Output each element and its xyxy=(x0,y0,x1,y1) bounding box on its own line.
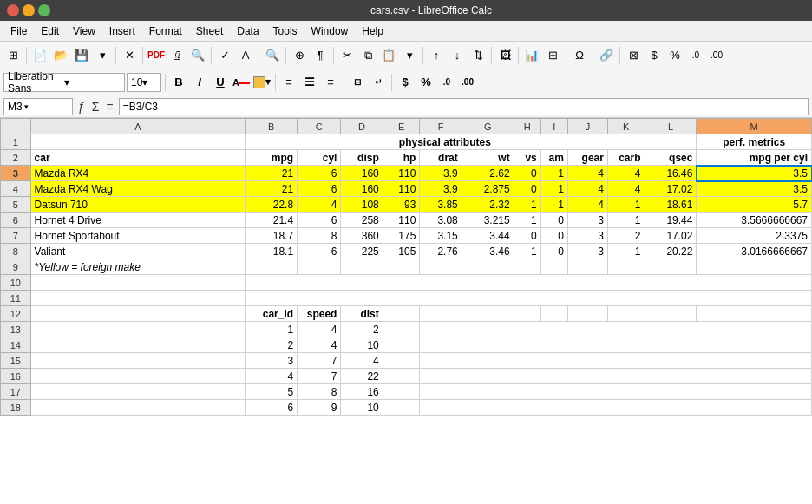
currency-fmt-button[interactable]: $ xyxy=(396,73,415,92)
grid-icon[interactable]: ⊞ xyxy=(3,46,23,65)
cell-j12[interactable] xyxy=(567,306,607,322)
cell-c4[interactable]: 6 xyxy=(298,181,341,197)
cell-b13[interactable]: 1 xyxy=(246,322,298,337)
cell-rest-17[interactable] xyxy=(420,384,812,400)
print-icon[interactable]: 🖨 xyxy=(167,46,187,65)
cell-c15[interactable]: 7 xyxy=(298,353,341,369)
cell-rest-13[interactable] xyxy=(420,322,812,337)
cell-d14[interactable]: 10 xyxy=(341,337,383,353)
align-right-button[interactable]: ≡ xyxy=(321,73,340,92)
cell-i2[interactable]: am xyxy=(540,150,567,166)
cell-e4[interactable]: 110 xyxy=(383,181,420,197)
hyperlink-icon[interactable]: 🔗 xyxy=(597,46,616,65)
cell-b15[interactable]: 3 xyxy=(246,353,298,369)
font-name-select[interactable]: Liberation Sans ▾ xyxy=(3,73,125,92)
percent-fmt-button[interactable]: % xyxy=(416,73,435,92)
cell-j9[interactable] xyxy=(567,259,607,275)
col-header-k[interactable]: K xyxy=(607,119,645,134)
cell-b5[interactable]: 22.8 xyxy=(246,197,298,213)
cell-c17[interactable]: 8 xyxy=(298,384,341,400)
equals-icon[interactable]: = xyxy=(104,100,115,114)
cell-c3[interactable]: 6 xyxy=(298,166,341,181)
cell-a8[interactable]: Valiant xyxy=(30,244,246,259)
formula-input[interactable]: =B3/C3 xyxy=(119,98,809,115)
decimal0-fmt-button[interactable]: .0 xyxy=(437,73,456,92)
cell-d18[interactable]: 10 xyxy=(341,400,383,416)
cell-l7[interactable]: 17.02 xyxy=(645,228,697,244)
cell-h9[interactable] xyxy=(514,259,540,275)
cell-rest-14[interactable] xyxy=(420,337,812,353)
cell-e15[interactable] xyxy=(383,353,420,369)
cell-a9[interactable]: *Yellow = foreign make xyxy=(30,259,246,275)
cell-j6[interactable]: 3 xyxy=(567,213,607,228)
menu-tools[interactable]: Tools xyxy=(266,23,304,39)
cell-b2[interactable]: mpg xyxy=(246,150,298,166)
cell-d13[interactable]: 2 xyxy=(341,322,383,337)
cell-m5[interactable]: 5.7 xyxy=(697,197,812,213)
menu-sheet[interactable]: Sheet xyxy=(189,23,230,39)
cell-c13[interactable]: 4 xyxy=(298,322,341,337)
cell-k4[interactable]: 4 xyxy=(607,181,645,197)
cell-b9[interactable] xyxy=(246,259,298,275)
sort-icon[interactable]: ⇅ xyxy=(468,46,488,65)
cell-b4[interactable]: 21 xyxy=(246,181,298,197)
cell-rest-18[interactable] xyxy=(420,400,812,416)
cell-d17[interactable]: 16 xyxy=(341,384,383,400)
cell-f6[interactable]: 3.08 xyxy=(420,213,462,228)
new-icon[interactable]: 📄 xyxy=(30,46,49,65)
cell-d12[interactable]: dist xyxy=(341,306,383,322)
save-arrow-icon[interactable]: ▾ xyxy=(93,46,112,65)
cell-b12[interactable]: car_id xyxy=(246,306,298,322)
cut-icon[interactable]: ✂ xyxy=(337,46,357,65)
cell-b16[interactable]: 4 xyxy=(246,369,298,384)
align-left-button[interactable]: ≡ xyxy=(279,73,298,92)
styles-icon[interactable]: ¶ xyxy=(311,46,330,65)
cell-l12[interactable] xyxy=(645,306,697,322)
print-preview-icon[interactable]: 🔍 xyxy=(188,46,207,65)
cell-d5[interactable]: 108 xyxy=(341,197,383,213)
cell-e2[interactable]: hp xyxy=(383,150,420,166)
cell-e18[interactable] xyxy=(383,400,420,416)
cell-i6[interactable]: 0 xyxy=(540,213,567,228)
cell-h12[interactable] xyxy=(514,306,540,322)
cell-f2[interactable]: drat xyxy=(420,150,462,166)
cell-a10[interactable] xyxy=(30,275,246,291)
wrap-text-button[interactable]: ↵ xyxy=(369,73,388,92)
cell-b18[interactable]: 6 xyxy=(246,400,298,416)
special-char-icon[interactable]: Ω xyxy=(570,46,589,65)
cell-m12[interactable] xyxy=(697,306,812,322)
cell-i7[interactable]: 0 xyxy=(540,228,567,244)
decimal2-fmt-button[interactable]: .00 xyxy=(458,73,477,92)
cell-a11[interactable] xyxy=(30,291,246,306)
spellcheck-icon[interactable]: ✓ xyxy=(215,46,234,65)
cell-e7[interactable]: 175 xyxy=(383,228,420,244)
cell-a17[interactable] xyxy=(30,384,246,400)
cell-k7[interactable]: 2 xyxy=(607,228,645,244)
cell-i12[interactable] xyxy=(540,306,567,322)
col-header-c[interactable]: C xyxy=(298,119,341,134)
open-icon[interactable]: 📂 xyxy=(51,46,70,65)
cell-a5[interactable]: Datsun 710 xyxy=(30,197,246,213)
cell-g6[interactable]: 3.215 xyxy=(462,213,514,228)
cell-j8[interactable]: 3 xyxy=(567,244,607,259)
copy-icon[interactable]: ⧉ xyxy=(358,46,377,65)
cell-b6[interactable]: 21.4 xyxy=(246,213,298,228)
cell-m4[interactable]: 3.5 xyxy=(697,181,812,197)
percent-icon[interactable]: % xyxy=(665,46,684,65)
cell-a2[interactable]: car xyxy=(30,150,246,166)
cell-h6[interactable]: 1 xyxy=(514,213,540,228)
cell-d3[interactable]: 160 xyxy=(341,166,383,181)
cell-h4[interactable]: 0 xyxy=(514,181,540,197)
close-doc-icon[interactable]: ✕ xyxy=(120,46,139,65)
col-header-f[interactable]: F xyxy=(420,119,462,134)
cell-g12[interactable] xyxy=(462,306,514,322)
underline-button[interactable]: U xyxy=(211,73,230,92)
cell-c14[interactable]: 4 xyxy=(298,337,341,353)
chart-icon[interactable]: 📊 xyxy=(522,46,541,65)
cell-m2[interactable]: mpg per cyl xyxy=(697,150,812,166)
col-header-e[interactable]: E xyxy=(383,119,420,134)
minimize-button[interactable] xyxy=(23,4,35,16)
cell-k12[interactable] xyxy=(607,306,645,322)
cell-k6[interactable]: 1 xyxy=(607,213,645,228)
cell-m6[interactable]: 3.5666666667 xyxy=(697,213,812,228)
